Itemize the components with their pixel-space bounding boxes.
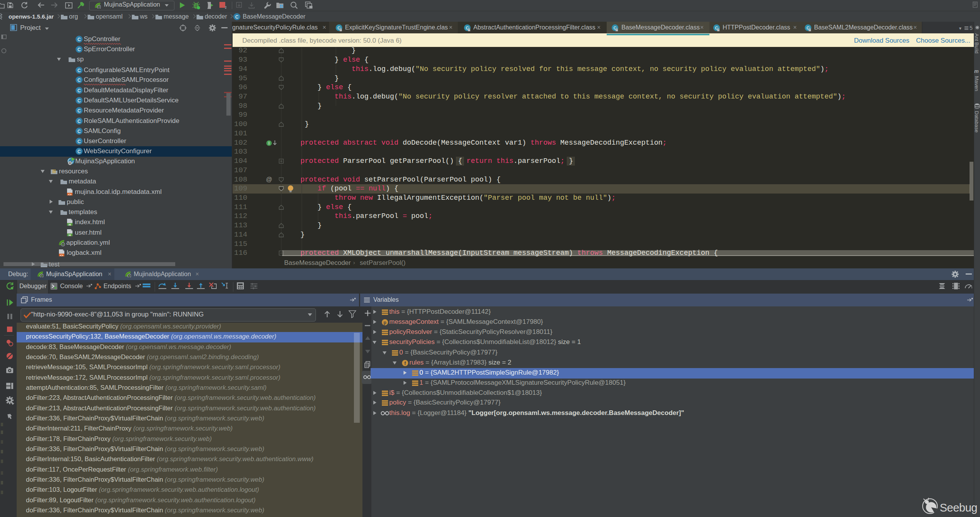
svg-text:p: p bbox=[383, 320, 386, 325]
svg-text:C: C bbox=[78, 37, 81, 42]
svg-text:C: C bbox=[78, 108, 81, 114]
svg-text:<>: <> bbox=[68, 193, 72, 196]
svg-text:H: H bbox=[69, 223, 71, 227]
svg-text:I: I bbox=[269, 141, 270, 145]
svg-text:Seebug: Seebug bbox=[940, 501, 977, 514]
svg-text:C: C bbox=[78, 149, 81, 154]
svg-text:C: C bbox=[78, 68, 81, 73]
svg-text:C: C bbox=[78, 78, 81, 83]
svg-text:H: H bbox=[69, 233, 71, 237]
svg-text:C: C bbox=[78, 129, 81, 134]
svg-text:C: C bbox=[235, 14, 239, 20]
svg-text:C: C bbox=[78, 119, 81, 124]
svg-text:C: C bbox=[78, 47, 81, 52]
svg-text:2: 2 bbox=[225, 5, 226, 9]
svg-text:C: C bbox=[78, 139, 81, 144]
svg-text:C: C bbox=[78, 98, 81, 104]
svg-text:C: C bbox=[78, 88, 81, 93]
svg-text:<>: <> bbox=[60, 254, 64, 257]
